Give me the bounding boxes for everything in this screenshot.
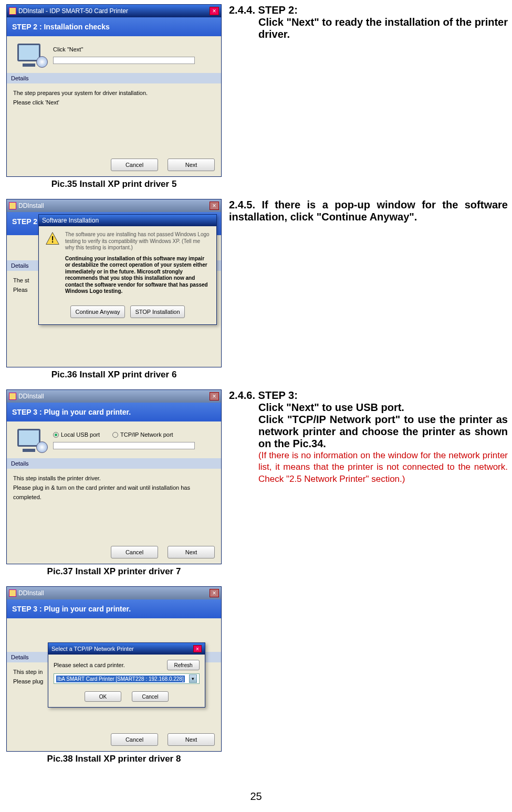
pic38-window: DDInstall × STEP 3 : Plug in your card p…: [6, 586, 222, 752]
section-body: Click "Next" to use USB port.: [258, 402, 508, 414]
step-banner: STEP 3 : Plug in your card printer.: [7, 599, 221, 618]
popup-instruction: Please select a card printer.: [54, 662, 125, 668]
pic38-titlebar: DDInstall ×: [7, 587, 221, 599]
chevron-down-icon[interactable]: ▾: [189, 674, 197, 683]
cancel-button[interactable]: Cancel: [111, 733, 158, 746]
software-installation-popup: Software Installation ! The software you…: [38, 214, 217, 325]
app-icon: [9, 393, 16, 400]
app-icon: [9, 589, 16, 597]
progress-bar: [53, 442, 195, 449]
svg-text:!: !: [51, 235, 54, 244]
installer-mid: Click "Next": [7, 36, 221, 73]
next-button[interactable]: Next: [168, 733, 215, 746]
cancel-button[interactable]: Cancel: [111, 159, 158, 171]
details-body: The step prepares your system for driver…: [7, 83, 221, 153]
popup-title: Select a TCP/IP Network Printer: [51, 646, 134, 652]
pic36-titlebar: DDInstall ×: [7, 199, 221, 212]
radio-label: Local USB port: [61, 431, 100, 438]
continue-anyway-button[interactable]: Continue Anyway: [70, 305, 125, 318]
hint-text: Click "Next": [53, 46, 216, 52]
details-line: The step prepares your system for driver…: [13, 89, 215, 98]
figure-caption: Pic.37 Install XP printer driver 7: [4, 566, 224, 577]
details-line: Please plug in & turn on the card printe…: [13, 483, 215, 502]
close-icon[interactable]: ×: [210, 202, 219, 210]
window-title: DDInstall: [18, 393, 44, 400]
next-button[interactable]: Next: [168, 159, 215, 171]
details-label: Details: [7, 73, 221, 83]
stop-installation-button[interactable]: STOP Installation: [130, 305, 185, 318]
warning-icon: !: [45, 231, 60, 246]
refresh-button[interactable]: Refresh: [167, 660, 200, 670]
details-line: This step installs the printer driver.: [13, 474, 215, 483]
radio-selected-icon: [53, 432, 59, 438]
section-heading: 2.4.4. STEP 2:: [229, 4, 508, 16]
section-heading: 2.4.6. STEP 3:: [229, 389, 508, 402]
section-heading: 2.4.5. If there is a pop-up window for t…: [229, 199, 508, 223]
pic37-window: DDInstall × STEP 3 : Plug in your card p…: [6, 389, 222, 564]
printer-select-value: IbA SMART Card Printer [SMART228 : 192.1…: [56, 676, 185, 682]
radio-unselected-icon: [112, 432, 118, 438]
pic36-window: DDInstall × STEP 2 : Details The st Plea…: [6, 199, 222, 367]
app-icon: [9, 7, 16, 15]
select-network-printer-popup: Select a TCP/IP Network Printer × Please…: [48, 642, 205, 708]
computer-icon: [17, 429, 46, 452]
cancel-button[interactable]: Cancel: [132, 691, 169, 702]
ok-button[interactable]: OK: [85, 691, 121, 702]
figure-caption: Pic.36 Install XP print driver 6: [4, 370, 224, 380]
window-title: DDInstall: [18, 589, 44, 597]
app-icon: [9, 202, 16, 209]
tcpip-radio[interactable]: TCP/IP Network port: [112, 431, 173, 438]
pic35-window: DDInstall - IDP SMART-50 Card Printer × …: [6, 4, 222, 177]
step-banner: STEP 2 : Installation checks: [7, 17, 221, 36]
close-icon[interactable]: ×: [210, 7, 219, 15]
local-usb-radio[interactable]: Local USB port: [53, 431, 100, 438]
printer-select[interactable]: IbA SMART Card Printer [SMART228 : 192.1…: [54, 673, 200, 684]
computer-icon: [17, 44, 46, 67]
close-icon[interactable]: ×: [210, 392, 219, 400]
popup-title: Software Installation: [42, 217, 99, 224]
close-icon[interactable]: ×: [210, 589, 219, 597]
details-label: Details: [7, 458, 221, 469]
popup-titlebar: Select a TCP/IP Network Printer ×: [48, 643, 205, 655]
cancel-button[interactable]: Cancel: [111, 546, 158, 558]
figure-caption: Pic.35 Install XP print driver 5: [4, 179, 224, 189]
section-note: (If there is no information on the windo…: [258, 450, 508, 484]
close-icon[interactable]: ×: [193, 645, 202, 652]
details-body: This step installs the printer driver. P…: [7, 469, 221, 541]
progress-bar: [53, 57, 195, 64]
section-body: Click "TCP/IP Network port" to use the p…: [258, 414, 508, 450]
window-title: DDInstall: [18, 202, 44, 209]
figure-caption: Pic.38 Install XP printer driver 8: [4, 754, 224, 764]
popup-para2: Continuing your installation of this sof…: [65, 256, 210, 295]
window-title: DDInstall - IDP SMART-50 Card Printer: [18, 7, 128, 15]
installer-mid: Local USB port TCP/IP Network port: [7, 421, 221, 458]
pic35-titlebar: DDInstall - IDP SMART-50 Card Printer ×: [7, 5, 221, 17]
page-number: 25: [4, 790, 508, 803]
step-banner: STEP 3 : Plug in your card printer.: [7, 403, 221, 421]
next-button[interactable]: Next: [168, 546, 215, 558]
radio-label: TCP/IP Network port: [120, 431, 173, 438]
pic37-titlebar: DDInstall ×: [7, 390, 221, 403]
details-line: Please click 'Next': [13, 98, 215, 108]
popup-para1: The software you are installing has not …: [65, 231, 210, 251]
section-body: Click "Next" to ready the installation o…: [258, 16, 508, 40]
popup-titlebar: Software Installation: [39, 215, 216, 226]
